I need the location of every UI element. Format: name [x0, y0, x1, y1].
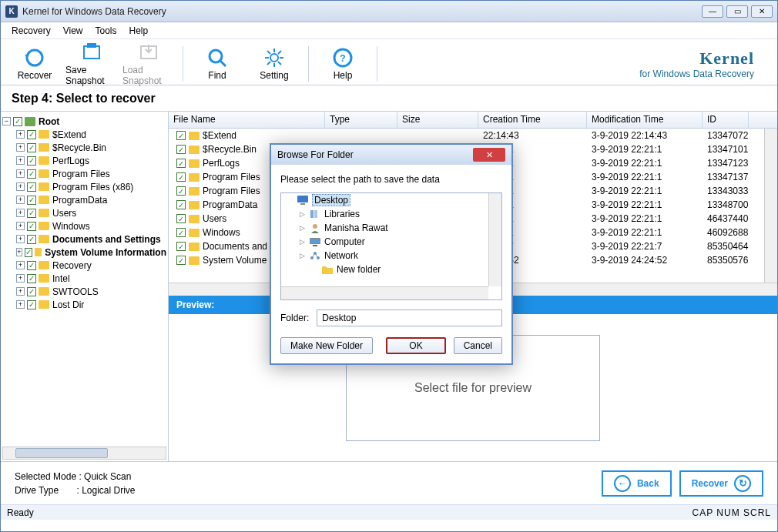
expand-icon[interactable]: +	[16, 196, 25, 204]
checkbox[interactable]: ✓	[27, 156, 36, 166]
tree-label[interactable]: Program Files (x86)	[52, 182, 133, 192]
back-button[interactable]: ← Back	[602, 470, 672, 497]
menu-recovery[interactable]: Recovery	[12, 25, 51, 36]
tree-item[interactable]: + ✓ Recovery	[2, 259, 166, 272]
tree-label[interactable]: ProgramData	[52, 195, 107, 206]
checkbox[interactable]: ✓	[176, 159, 186, 168]
expand-icon[interactable]: +	[16, 130, 25, 139]
help-tool[interactable]: ? Help	[317, 42, 369, 85]
tree-label[interactable]: SWTOOLS	[52, 286, 99, 297]
checkbox[interactable]: ✓	[176, 228, 186, 237]
expand-icon[interactable]: +	[16, 209, 25, 217]
tree-label[interactable]: Documents and Settings	[52, 234, 161, 245]
folder-input[interactable]	[317, 309, 502, 326]
tree-label[interactable]: PerfLogs	[52, 156, 89, 166]
folder-tree-item[interactable]: ▷ Libraries	[281, 207, 501, 221]
table-row[interactable]: ✓ $Extend 22:14:43 3-9-2019 22:14:43 133…	[169, 129, 777, 142]
tree-item[interactable]: + ✓ Intel	[2, 272, 166, 285]
folder-tree-item[interactable]: ▷ Network	[281, 249, 501, 263]
checkbox[interactable]: ✓	[27, 143, 36, 152]
folder-tree-item[interactable]: Desktop	[281, 193, 501, 207]
tree-label[interactable]: $Recycle.Bin	[52, 142, 106, 153]
col-filename[interactable]: File Name	[169, 112, 325, 128]
tree-item[interactable]: + ✓ Users	[2, 206, 166, 219]
checkbox[interactable]: ✓	[176, 145, 186, 154]
expand-icon[interactable]: +	[16, 169, 25, 178]
checkbox[interactable]: ✓	[27, 169, 36, 179]
col-ctime[interactable]: Creation Time	[478, 112, 587, 128]
checkbox[interactable]: ✓	[13, 117, 22, 126]
tree-root[interactable]: − ✓ Root	[2, 115, 166, 128]
tree-item[interactable]: + ✓ Program Files	[2, 167, 166, 180]
folder-tree-item[interactable]: New folder	[281, 263, 501, 276]
tree-label[interactable]: Recovery	[52, 260, 92, 271]
expand-icon[interactable]: +	[16, 182, 25, 191]
tree-scrollbar-horizontal[interactable]	[2, 447, 166, 460]
collapse-icon[interactable]: −	[2, 117, 11, 125]
expand-icon[interactable]: +	[16, 300, 25, 309]
expand-arrow-icon[interactable]: ▷	[298, 252, 306, 259]
menu-help[interactable]: Help	[129, 25, 149, 36]
menu-view[interactable]: View	[63, 25, 83, 36]
tree-label[interactable]: $Extend	[52, 129, 86, 140]
tree-item[interactable]: + ✓ ProgramData	[2, 193, 166, 206]
folder-tree-scroll-h[interactable]	[281, 286, 488, 299]
tree-item[interactable]: + ✓ $Recycle.Bin	[2, 141, 166, 154]
folder-tree[interactable]: Desktop ▷ Libraries ▷ Manisha Rawat ▷ Co…	[280, 192, 502, 300]
find-tool[interactable]: Find	[191, 42, 243, 85]
folder-tree-item[interactable]: ▷ Manisha Rawat	[281, 221, 501, 235]
menu-tools[interactable]: Tools	[95, 25, 116, 36]
checkbox[interactable]: ✓	[25, 248, 32, 257]
maximize-button[interactable]: ▭	[726, 5, 748, 18]
expand-arrow-icon[interactable]: ▷	[298, 210, 306, 218]
checkbox[interactable]: ✓	[27, 196, 36, 205]
recover-button[interactable]: Recover ↻	[679, 470, 763, 497]
tree-item[interactable]: + ✓ System Volume Information	[2, 246, 166, 259]
expand-arrow-icon[interactable]: ▷	[298, 224, 306, 232]
tree-item[interactable]: + ✓ Program Files (x86)	[2, 180, 166, 193]
col-id[interactable]: ID	[703, 112, 749, 128]
checkbox[interactable]: ✓	[27, 274, 36, 283]
checkbox[interactable]: ✓	[176, 172, 186, 182]
tree-label[interactable]: Windows	[52, 221, 90, 232]
minimize-button[interactable]: —	[702, 5, 723, 18]
expand-icon[interactable]: +	[16, 222, 25, 230]
tree-label[interactable]: Intel	[52, 273, 70, 284]
cancel-button[interactable]: Cancel	[454, 337, 502, 354]
list-scrollbar-vertical[interactable]	[764, 129, 777, 283]
checkbox[interactable]: ✓	[27, 130, 36, 139]
checkbox[interactable]: ✓	[27, 222, 36, 231]
checkbox[interactable]: ✓	[27, 287, 36, 296]
expand-icon[interactable]: +	[16, 274, 25, 283]
tree-item[interactable]: + ✓ PerfLogs	[2, 154, 166, 167]
checkbox[interactable]: ✓	[176, 186, 186, 196]
checkbox[interactable]: ✓	[27, 261, 36, 270]
make-new-folder-button[interactable]: Make New Folder	[280, 337, 373, 354]
dialog-close-button[interactable]: ✕	[473, 148, 505, 162]
setting-tool[interactable]: Setting	[248, 42, 300, 85]
folder-tree-item[interactable]: ▷ Computer	[281, 235, 501, 249]
expand-icon[interactable]: +	[16, 235, 25, 243]
tree-label[interactable]: Program Files	[52, 169, 110, 179]
tree-label[interactable]: Root	[39, 116, 59, 127]
expand-icon[interactable]: +	[16, 248, 22, 256]
ok-button[interactable]: OK	[386, 337, 445, 354]
save-snapshot-tool[interactable]: Save Snapshot	[65, 42, 118, 85]
folder-tree-scroll-v[interactable]	[488, 193, 501, 286]
col-mtime[interactable]: Modification Time	[587, 112, 703, 128]
col-type[interactable]: Type	[325, 112, 397, 128]
checkbox[interactable]: ✓	[27, 209, 36, 218]
checkbox[interactable]: ✓	[176, 131, 186, 140]
checkbox[interactable]: ✓	[27, 182, 36, 192]
tree-item[interactable]: + ✓ Documents and Settings	[2, 233, 166, 246]
checkbox[interactable]: ✓	[176, 256, 186, 265]
tree-item[interactable]: + ✓ SWTOOLS	[2, 285, 166, 298]
tree-item[interactable]: + ✓ $Extend	[2, 128, 166, 141]
tree-item[interactable]: + ✓ Windows	[2, 219, 166, 233]
expand-icon[interactable]: +	[16, 143, 25, 152]
expand-icon[interactable]: +	[16, 261, 25, 269]
tree-label[interactable]: System Volume Information	[45, 247, 166, 258]
expand-icon[interactable]: +	[16, 287, 25, 296]
tree-label[interactable]: Lost Dir	[52, 299, 84, 310]
expand-arrow-icon[interactable]: ▷	[298, 238, 306, 246]
